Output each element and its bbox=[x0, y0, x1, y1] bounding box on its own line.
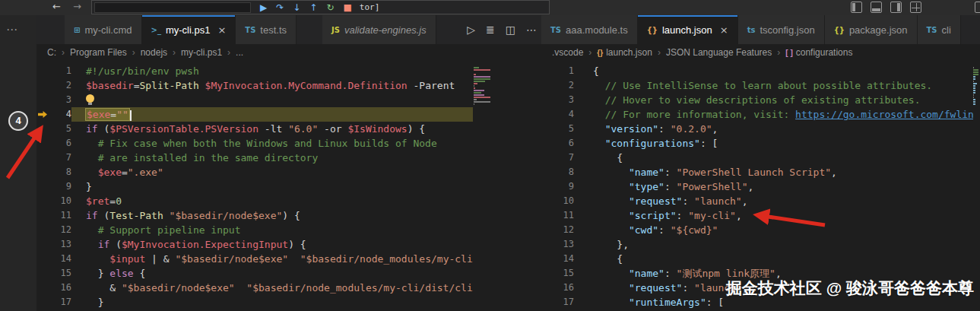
breadcrumb-item[interactable]: {}launch.json bbox=[597, 47, 652, 58]
code-text[interactable]: #!/usr/bin/env pwsh bbox=[71, 64, 199, 78]
code-text[interactable]: "cwd": "${cwd}" bbox=[574, 223, 718, 237]
code-text[interactable]: # Fix case when both the Windows and Lin… bbox=[71, 136, 437, 151]
code-text[interactable]: { bbox=[574, 151, 623, 165]
code-text[interactable]: "script": "my-cli", bbox=[574, 208, 742, 223]
toggle-panel-icon[interactable] bbox=[871, 2, 882, 13]
split-editor-button[interactable]: ◫ bbox=[506, 24, 515, 36]
tab-aaa.module.ts[interactable]: TSaaa.module.ts bbox=[541, 15, 638, 44]
debug-config-dropdown[interactable] bbox=[94, 2, 251, 13]
tab-tsconfig.json[interactable]: tstsconfig.json bbox=[738, 15, 825, 44]
code-text[interactable]: if ($PSVersionTable.PSVersion -lt "6.0" … bbox=[71, 122, 425, 136]
code-text[interactable] bbox=[71, 93, 86, 107]
lightbulb-icon[interactable] bbox=[86, 94, 94, 103]
minimap-line bbox=[973, 94, 974, 96]
breadcrumb-item[interactable]: JSON Language Features bbox=[666, 47, 772, 58]
line-number: 2 bbox=[549, 78, 574, 93]
breadcrumb: C:›Program Files›nodejs›my-cli.ps1›... bbox=[36, 44, 541, 61]
code-text[interactable]: if (Test-Path "$basedir/node$exe") { bbox=[71, 208, 300, 223]
tab-my-cli.ps1[interactable]: >_my-cli.ps1× bbox=[142, 15, 236, 44]
nav-forward-icon[interactable]: → bbox=[73, 1, 81, 12]
more-actions-button[interactable]: ⋯ bbox=[526, 24, 537, 36]
clipped-titlebar-icon bbox=[975, 2, 980, 13]
code-text[interactable]: }, bbox=[574, 237, 629, 252]
breadcrumb-separator: › bbox=[227, 47, 230, 58]
tab-package.json[interactable]: {}package.json bbox=[825, 15, 918, 44]
line-number: 6 bbox=[49, 136, 71, 151]
line-number: 7 bbox=[549, 151, 574, 165]
toggle-sidebar-icon[interactable] bbox=[851, 2, 862, 13]
tab-launch.json[interactable]: {}launch.json× bbox=[638, 15, 738, 44]
code-line-17: 17 } bbox=[36, 295, 541, 309]
code-text[interactable]: if ($MyInvocation.ExpectingInput) { bbox=[71, 237, 306, 252]
tab-validate-engines.js[interactable]: JSvalidate-engines.js bbox=[322, 15, 436, 44]
code-text[interactable]: } else { bbox=[71, 266, 145, 281]
code-text[interactable]: & "$basedir/node$exe" "$basedir/node_mod… bbox=[71, 281, 479, 295]
code-text[interactable]: "version": "0.2.0", bbox=[574, 122, 718, 136]
code-text[interactable]: $input | & "$basedir/node$exe" "$basedir… bbox=[71, 252, 484, 266]
code-text[interactable]: "runtimeArgs": [ bbox=[574, 295, 724, 309]
code-text[interactable]: // Hover to view descriptions of existin… bbox=[574, 93, 920, 107]
minimap-line bbox=[474, 83, 477, 84]
debug-step-out-button[interactable]: ↑ bbox=[309, 2, 317, 14]
debug-step-into-button[interactable]: ↓ bbox=[293, 2, 300, 14]
minimap[interactable] bbox=[973, 61, 980, 311]
glyph-margin bbox=[36, 295, 49, 309]
code-text[interactable]: $exe=".exe" bbox=[71, 165, 163, 179]
tab-my-cli.cmd[interactable]: ⊞my-cli.cmd bbox=[65, 15, 142, 44]
minimap[interactable] bbox=[473, 61, 541, 311]
debug-stop-button[interactable]: ■ bbox=[343, 2, 351, 14]
code-text[interactable]: } bbox=[71, 179, 92, 194]
code-editor-json[interactable]: 1{2 // Use IntelliSense to learn about p… bbox=[541, 61, 980, 311]
breadcrumb-item[interactable]: Program Files bbox=[70, 47, 127, 58]
nav-back-icon[interactable]: ← bbox=[52, 1, 61, 12]
code-text[interactable]: "request": "launch", bbox=[574, 281, 748, 295]
code-line-14: 14 { bbox=[541, 252, 980, 266]
tab-test.ts[interactable]: TStest.ts bbox=[236, 15, 297, 44]
code-text[interactable]: "configurations": [ bbox=[574, 136, 718, 151]
code-text[interactable]: { bbox=[574, 252, 623, 266]
minimap-line bbox=[474, 78, 490, 80]
code-text[interactable]: $exe="" bbox=[71, 107, 473, 122]
customize-layout-icon[interactable] bbox=[910, 2, 921, 13]
glyph-margin bbox=[36, 78, 49, 93]
tab-close-icon[interactable]: × bbox=[217, 24, 226, 36]
line-number: 13 bbox=[549, 237, 574, 252]
line-number: 9 bbox=[549, 179, 574, 194]
breadcrumb-item[interactable]: C: bbox=[47, 47, 56, 58]
debug-step-over-button[interactable]: ↷ bbox=[276, 2, 284, 14]
code-editor-powershell[interactable]: 1#!/usr/bin/env pwsh2$basedir=Split-Path… bbox=[36, 61, 541, 311]
debug-continue-button[interactable]: ▶ bbox=[260, 2, 267, 14]
tab-cli[interactable]: TScli bbox=[918, 15, 961, 44]
code-text[interactable]: "request": "launch", bbox=[574, 194, 748, 208]
code-text[interactable]: { bbox=[574, 64, 599, 78]
file-type-icon: ts bbox=[747, 26, 756, 34]
code-token: : [ bbox=[700, 138, 718, 149]
breadcrumb-item[interactable]: my-cli.ps1 bbox=[181, 47, 222, 58]
code-text[interactable]: // Use IntelliSense to learn about possi… bbox=[574, 78, 932, 93]
code-text[interactable]: # are installed in the same directory bbox=[71, 151, 318, 165]
breadcrumb-item[interactable]: nodejs bbox=[141, 47, 167, 58]
toggle-secondary-sidebar-icon[interactable] bbox=[890, 2, 902, 13]
code-text[interactable]: // For more information, visit: https://… bbox=[574, 107, 974, 122]
code-text[interactable]: } bbox=[71, 295, 103, 309]
code-token: "6.0" bbox=[288, 123, 318, 135]
code-text[interactable]: $basedir=Split-Path $MyInvocation.MyComm… bbox=[71, 78, 455, 93]
minimap-line bbox=[973, 97, 974, 98]
code-text[interactable]: $ret=0 bbox=[71, 194, 122, 208]
tab-close-icon[interactable]: × bbox=[720, 24, 728, 36]
minimap-line bbox=[474, 94, 484, 96]
code-text[interactable]: "type": "PowerShell", bbox=[574, 179, 753, 194]
breadcrumb-item[interactable]: [ ]configurations bbox=[785, 47, 852, 58]
code-text[interactable]: # Support pipeline input bbox=[71, 223, 241, 237]
run-button[interactable]: ▷ bbox=[467, 24, 475, 36]
code-token: "configurations" bbox=[605, 138, 700, 149]
breadcrumb-item[interactable]: .vscode bbox=[552, 47, 583, 58]
line-number: 15 bbox=[549, 266, 574, 281]
code-text[interactable]: "name": "PowerShell Launch Script", bbox=[574, 165, 837, 179]
breadcrumb-item[interactable]: ... bbox=[236, 47, 243, 58]
debug-restart-button[interactable]: ↻ bbox=[326, 2, 334, 14]
glyph-margin bbox=[36, 136, 49, 151]
run-menu-button[interactable]: ≣ bbox=[486, 24, 495, 36]
line-number: 10 bbox=[49, 194, 71, 208]
overflow-menu-icon[interactable]: ⋯ bbox=[6, 23, 18, 36]
